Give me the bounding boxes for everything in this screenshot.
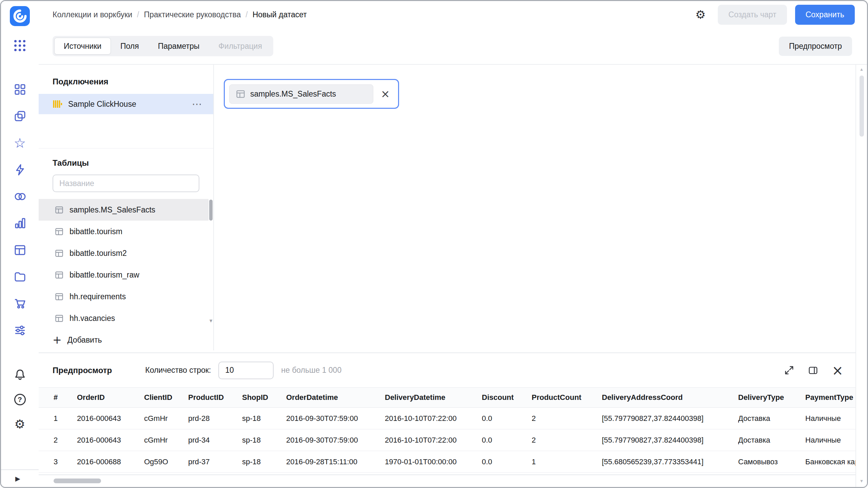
table-name: samples.MS_SalesFacts — [70, 205, 155, 215]
connection-item-sample-clickhouse[interactable]: Sample ClickHouse ⋯ — [39, 94, 213, 114]
settings-gear-icon[interactable]: ⚙ — [695, 9, 706, 20]
apps-grid-icon[interactable] — [1, 40, 39, 51]
table-list-item[interactable]: hh.requirements — [39, 286, 209, 307]
cell: 1970-01-01T00:00:00 — [385, 451, 482, 473]
breadcrumb-workbook[interactable]: Практические руководства — [144, 10, 241, 19]
cell: 2016-000643 — [77, 429, 144, 451]
column-header: DeliveryAddressCoord — [602, 388, 738, 408]
tab-fields[interactable]: Поля — [111, 38, 149, 55]
preview-actions: × — [784, 364, 843, 377]
table-row: 3 2016-000688 Og59O prd-37 sp-18 2016-09… — [39, 451, 855, 473]
tab-filtering: Фильтрация — [209, 38, 272, 55]
table-grid-icon — [55, 314, 64, 323]
table-icon[interactable] — [14, 244, 26, 257]
column-header: ClientID — [144, 388, 188, 408]
chevron-up-icon[interactable]: ▴ — [856, 67, 867, 72]
sliders-icon[interactable] — [14, 324, 26, 337]
cell: 0.0 — [482, 451, 532, 473]
cell: 2 — [39, 429, 77, 451]
datalens-logo-icon[interactable] — [10, 6, 30, 26]
tab-group: Источники Поля Параметры Фильтрация — [53, 36, 273, 56]
layers-icon[interactable] — [14, 110, 26, 123]
cell: Наличные — [805, 429, 855, 451]
tab-parameters[interactable]: Параметры — [149, 38, 209, 55]
table-search-input[interactable] — [53, 175, 199, 192]
cell: 2 — [532, 408, 602, 429]
add-table-button[interactable]: + Добавить — [53, 334, 102, 345]
breadcrumb-separator: / — [137, 10, 139, 19]
horizontal-scrollbar — [39, 474, 855, 487]
scrollbar-thumb[interactable] — [54, 479, 101, 483]
preview-table: # OrderID ClientID ProductID ShopID Orde… — [39, 387, 855, 473]
table-list-item[interactable]: samples.MS_SalesFacts — [39, 199, 209, 221]
column-header: ProductCount — [532, 388, 602, 408]
app-window: ☆ — [0, 0, 868, 488]
cell: [55.797790827,37.824400398] — [602, 429, 738, 451]
split-view-icon[interactable] — [808, 365, 818, 375]
cell: 1 — [532, 451, 602, 473]
cell: Наличные — [805, 408, 855, 429]
scrollbar-thumb[interactable] — [209, 200, 213, 221]
table-header-row: # OrderID ClientID ProductID ShopID Orde… — [39, 388, 855, 408]
row-count-hint: не больше 1 000 — [281, 366, 341, 375]
preview-header: Предпросмотр Количество строк: не больше… — [39, 353, 855, 387]
preview-toggle-button[interactable]: Предпросмотр — [779, 37, 852, 56]
apps-grid-dots — [14, 40, 25, 51]
star-icon[interactable]: ☆ — [14, 137, 26, 149]
vertical-scrollbar: ▴ ▾ — [855, 65, 867, 487]
connection-more-icon[interactable]: ⋯ — [192, 99, 202, 109]
cell: sp-18 — [242, 451, 286, 473]
cell: prd-28 — [188, 408, 242, 429]
cell: [55.680565239,37.773353441] — [602, 451, 738, 473]
table-list-item[interactable]: hh.vacancies — [39, 307, 209, 329]
tab-sources[interactable]: Источники — [54, 38, 111, 55]
cell: 2016-000688 — [77, 451, 144, 473]
close-icon[interactable]: × — [381, 88, 390, 99]
breadcrumb-separator: / — [245, 10, 248, 19]
breadcrumb: Коллекции и воркбуки / Практические руко… — [53, 10, 307, 19]
chevron-down-icon[interactable]: ▾ — [209, 318, 213, 324]
cell: [55.797790827,37.824400398] — [602, 408, 738, 429]
bar-chart-icon[interactable] — [14, 217, 26, 230]
breadcrumb-collections[interactable]: Коллекции и воркбуки — [53, 10, 132, 19]
save-button[interactable]: Сохранить — [795, 5, 855, 25]
tables-title: Таблицы — [53, 158, 89, 168]
column-header: DeliveryType — [738, 388, 805, 408]
chevron-down-icon[interactable]: ▾ — [856, 479, 867, 484]
column-header: OrderID — [77, 388, 144, 408]
table-row: 2 2016-000643 cGmHr prd-34 sp-18 2016-09… — [39, 429, 855, 451]
gear-icon[interactable]: ⚙ — [14, 418, 25, 430]
bell-icon[interactable] — [14, 368, 26, 381]
table-name: bibattle.tourism_raw — [70, 270, 139, 280]
lightning-icon[interactable] — [14, 163, 26, 176]
table-grid-icon — [55, 292, 64, 301]
table-grid-icon — [55, 227, 64, 236]
panel-divider — [39, 148, 213, 148]
cell: 2016-09-30T07:59:00 — [286, 408, 385, 429]
table-grid-icon — [55, 270, 64, 280]
table-list-item[interactable]: bibattle.tourism — [39, 221, 209, 242]
sidebar: ☆ — [1, 1, 39, 487]
row-count-input[interactable] — [218, 362, 274, 379]
table-list-item[interactable]: bibattle.tourism_raw — [39, 264, 209, 286]
cell: Самовывоз — [738, 451, 805, 473]
cell: prd-37 — [188, 451, 242, 473]
create-chart-button: Создать чарт — [718, 5, 787, 25]
table-list: samples.MS_SalesFacts bibattle.tourism b… — [39, 199, 209, 329]
sidebar-collapse-button[interactable]: ▶ — [1, 469, 39, 487]
scrollbar-thumb[interactable] — [860, 76, 864, 137]
folder-icon[interactable] — [14, 270, 26, 283]
squares-icon[interactable] — [14, 83, 26, 96]
table-list-item[interactable]: bibattle.tourism2 — [39, 242, 209, 264]
sources-canvas: samples.MS_SalesFacts × — [214, 65, 855, 350]
expand-icon[interactable] — [784, 365, 794, 375]
table-name: hh.vacancies — [70, 314, 115, 323]
column-header: ProductID — [188, 388, 242, 408]
preview-title: Предпросмотр — [53, 366, 112, 375]
help-icon[interactable]: ? — [14, 394, 26, 405]
table-name: hh.requirements — [70, 292, 126, 301]
circles-icon[interactable] — [14, 190, 26, 203]
close-icon[interactable]: × — [832, 364, 843, 377]
selected-source-chip[interactable]: samples.MS_SalesFacts × — [224, 79, 399, 109]
cart-icon[interactable] — [14, 297, 26, 310]
